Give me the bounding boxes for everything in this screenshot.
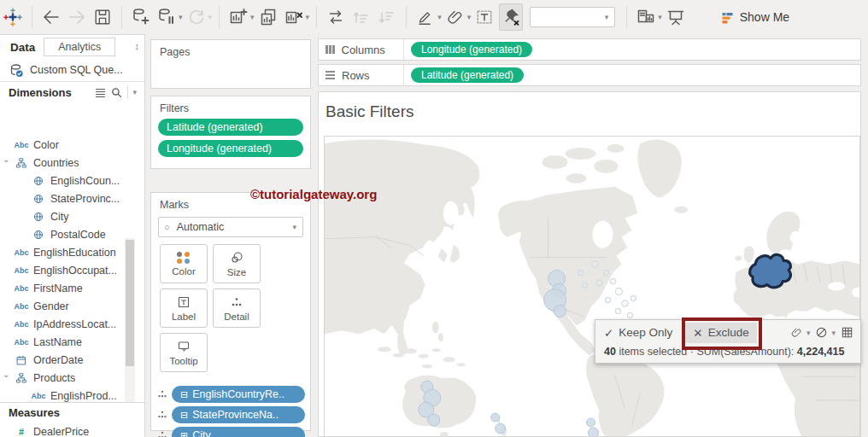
sort-descending-button[interactable] bbox=[376, 4, 398, 30]
map-view[interactable] bbox=[324, 136, 860, 437]
size-button[interactable]: Size bbox=[213, 244, 261, 283]
redo-icon bbox=[67, 7, 87, 27]
view-data-icon[interactable] bbox=[841, 326, 853, 339]
field-gender[interactable]: Abc Gender bbox=[0, 297, 145, 315]
text-label-icon bbox=[475, 8, 494, 26]
detail-button[interactable]: Detail bbox=[213, 288, 261, 328]
save-button[interactable] bbox=[91, 4, 114, 30]
field-products[interactable]: ⌄ Products bbox=[0, 369, 145, 387]
presentation-mode-button[interactable] bbox=[665, 4, 687, 30]
group-members-caret[interactable]: ▾ bbox=[806, 329, 811, 337]
redo-button[interactable] bbox=[66, 4, 88, 30]
field-label: EnglishOccupat... bbox=[33, 265, 117, 277]
toolbar: ▾ ▾ ▾ ▾ bbox=[0, 0, 868, 34]
refresh-button[interactable] bbox=[185, 4, 208, 30]
worksheet-area: Basic Filters bbox=[318, 91, 861, 437]
color-button[interactable]: Color bbox=[160, 244, 208, 283]
field-postalcode[interactable]: PostalCode bbox=[0, 225, 145, 243]
toolbar-separator bbox=[121, 6, 122, 28]
selected-region-mark[interactable] bbox=[750, 254, 791, 287]
highlight-button[interactable] bbox=[414, 4, 437, 30]
refresh-caret[interactable]: ▾ bbox=[208, 13, 213, 21]
field-ipaddress[interactable]: Abc IpAddressLocat... bbox=[0, 315, 145, 333]
field-stateprovince[interactable]: StateProvinc... bbox=[0, 189, 145, 207]
field-englishoccupation[interactable]: Abc EnglishOccupat... bbox=[0, 261, 145, 279]
field-englisheducation[interactable]: Abc EnglishEducation bbox=[0, 243, 145, 261]
field-lastname[interactable]: Abc LastName bbox=[0, 333, 145, 351]
group-caret[interactable]: ▾ bbox=[467, 13, 472, 21]
dimensions-scrollbar[interactable]: ∨ bbox=[125, 238, 135, 402]
map-landmass bbox=[325, 139, 860, 437]
pane-tabs: Data Analytics ↕ bbox=[0, 35, 144, 59]
rows-pill-latitude[interactable]: Latitude (generated) bbox=[411, 67, 524, 83]
filters-card[interactable]: Filters Latitude (generated) Longitude (… bbox=[150, 96, 311, 169]
pane-toggle-icon[interactable]: ↕ bbox=[135, 41, 140, 51]
expand-box-icon[interactable]: ⊞ bbox=[180, 430, 188, 437]
dimensions-header: Dimensions ▾ bbox=[0, 81, 144, 102]
field-countries[interactable]: ⌄ Countries bbox=[0, 154, 145, 172]
show-me-icon bbox=[721, 11, 734, 24]
sort-ascending-button[interactable] bbox=[350, 4, 372, 30]
collapse-chevron-icon[interactable]: ⌄ bbox=[3, 154, 9, 164]
scrollbar-thumb[interactable] bbox=[126, 240, 134, 366]
filter-pill-latitude[interactable]: Latitude (generated) bbox=[158, 119, 303, 136]
view-list-icon[interactable] bbox=[95, 87, 106, 98]
field-englishcountry[interactable]: EnglishCoun... bbox=[0, 172, 145, 189]
field-dealerprice[interactable]: # DealerPrice bbox=[0, 422, 144, 437]
show-me-button[interactable]: Show Me bbox=[721, 10, 789, 24]
group-members-icon[interactable] bbox=[790, 326, 803, 339]
field-englishproduct[interactable]: Abc EnglishProd... bbox=[0, 387, 145, 402]
new-worksheet-button[interactable] bbox=[227, 4, 249, 30]
mark-type-select[interactable]: ○ Automatic ▾ bbox=[158, 217, 303, 237]
pause-updates-button[interactable] bbox=[155, 4, 178, 30]
keep-only-button[interactable]: Keep Only bbox=[619, 326, 672, 339]
group-button[interactable] bbox=[444, 4, 466, 30]
new-datasource-button[interactable] bbox=[130, 4, 152, 30]
tab-analytics[interactable]: Analytics bbox=[44, 38, 115, 56]
field-city[interactable]: City bbox=[0, 207, 145, 225]
show-hide-cards-button[interactable] bbox=[635, 4, 657, 30]
show-hide-cards-caret[interactable]: ▾ bbox=[658, 13, 662, 21]
clear-sheet-caret[interactable]: ▾ bbox=[306, 13, 310, 21]
collapse-box-icon[interactable]: ⊟ bbox=[180, 410, 188, 421]
label-icon bbox=[177, 295, 191, 309]
search-icon[interactable] bbox=[111, 87, 122, 98]
text-label-button[interactable] bbox=[473, 4, 496, 30]
fit-select[interactable]: ▾ bbox=[530, 7, 615, 27]
map-canvas[interactable] bbox=[325, 137, 860, 437]
tableau-logo bbox=[2, 4, 24, 30]
collapse-chevron-icon[interactable]: ⌄ bbox=[3, 370, 9, 379]
field-orderdate[interactable]: OrderDate bbox=[0, 351, 145, 369]
pill-stateprovince[interactable]: ⊟ StateProvinceNa.. bbox=[172, 406, 305, 423]
filter-pill-longitude[interactable]: Longitude (generated) bbox=[158, 140, 303, 157]
globe-icon bbox=[31, 176, 46, 186]
collapse-box-icon[interactable]: ⊟ bbox=[180, 389, 188, 400]
tableau-logo-icon bbox=[3, 7, 23, 27]
tab-data[interactable]: Data bbox=[10, 41, 35, 54]
marks-card[interactable]: Marks ○ Automatic ▾ Color Size bbox=[150, 192, 311, 431]
undo-button[interactable] bbox=[40, 4, 62, 30]
pause-updates-caret[interactable]: ▾ bbox=[179, 13, 183, 21]
duplicate-button[interactable] bbox=[257, 4, 279, 30]
columns-shelf[interactable]: Columns Longitude (generated) bbox=[318, 38, 861, 61]
rows-shelf[interactable]: Rows Latitude (generated) bbox=[318, 64, 861, 86]
dimensions-menu-caret[interactable]: ▾ bbox=[132, 88, 137, 96]
pill-city[interactable]: ⊞ City bbox=[172, 427, 305, 437]
pill-englishcountry[interactable]: ⊟ EnglishCountryRe.. bbox=[172, 386, 305, 403]
datasource-item[interactable]: Custom SQL Que... bbox=[0, 59, 144, 81]
new-worksheet-caret[interactable]: ▾ bbox=[250, 13, 255, 21]
detail-shelf-icon bbox=[156, 409, 168, 421]
field-label: Color bbox=[33, 139, 59, 151]
columns-pill-longitude[interactable]: Longitude (generated) bbox=[411, 42, 532, 57]
pages-card[interactable]: Pages bbox=[150, 39, 311, 89]
clear-sheet-button[interactable] bbox=[283, 4, 305, 30]
exclude-members-caret[interactable]: ▾ bbox=[831, 329, 836, 337]
swap-button[interactable] bbox=[325, 4, 347, 30]
field-color[interactable]: Abc Color bbox=[0, 136, 145, 154]
tooltip-button[interactable]: Tooltip bbox=[160, 333, 208, 372]
exclude-members-icon[interactable] bbox=[815, 326, 828, 339]
label-button[interactable]: Label bbox=[160, 288, 208, 328]
field-firstname[interactable]: Abc FirstName bbox=[0, 279, 145, 297]
highlight-caret[interactable]: ▾ bbox=[437, 13, 442, 21]
fix-map-pin-button[interactable] bbox=[499, 3, 523, 31]
